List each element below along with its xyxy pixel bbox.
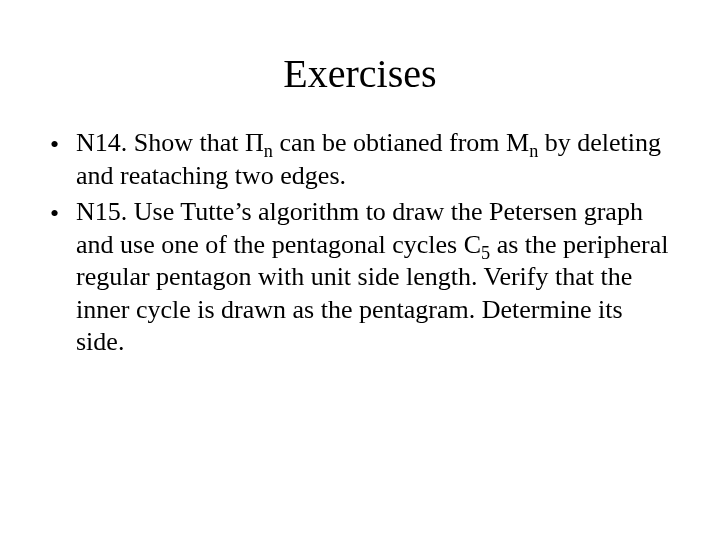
slide-title: Exercises: [50, 50, 670, 97]
exercise-number: N15.: [76, 197, 127, 226]
bullet-dot: •: [50, 127, 76, 162]
exercise-number: N14.: [76, 128, 127, 157]
subscript-n: n: [264, 141, 273, 161]
slide-body: • N14. Show that Πn can be obtianed from…: [50, 127, 670, 359]
bullet-item: • N15. Use Tutte’s algorithm to draw the…: [50, 196, 670, 359]
bullet-text: N14. Show that Πn can be obtianed from M…: [76, 127, 670, 192]
bullet-dot: •: [50, 196, 76, 231]
subscript-5: 5: [481, 243, 490, 263]
subscript-n: n: [529, 141, 538, 161]
text-fragment: can be obtianed from: [273, 128, 506, 157]
slide: Exercises • N14. Show that Πn can be obt…: [0, 0, 720, 540]
bullet-text: N15. Use Tutte’s algorithm to draw the P…: [76, 196, 670, 359]
text-fragment: Show that: [127, 128, 245, 157]
pi-symbol: Π: [245, 128, 264, 157]
m-symbol: M: [506, 128, 529, 157]
bullet-item: • N14. Show that Πn can be obtianed from…: [50, 127, 670, 192]
